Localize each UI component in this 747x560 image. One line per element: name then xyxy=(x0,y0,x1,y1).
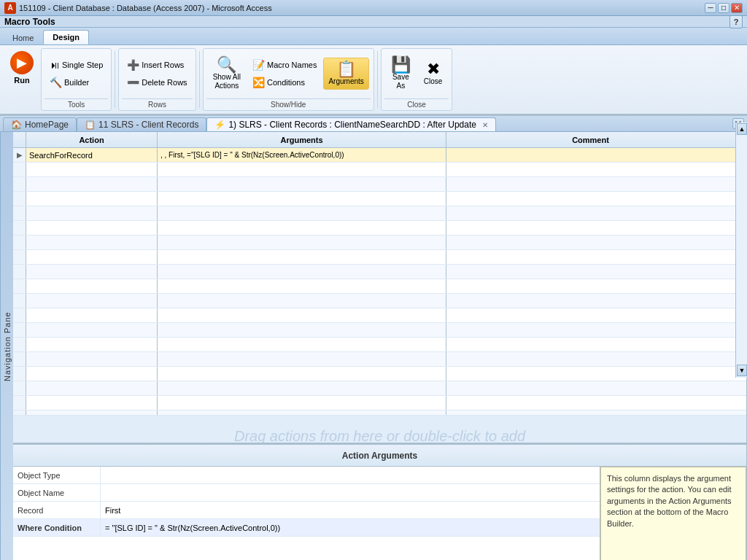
row-action-empty[interactable] xyxy=(26,338,158,351)
title-bar-controls: ─ □ ✕ xyxy=(705,3,743,13)
table-row[interactable] xyxy=(13,236,746,250)
table-row[interactable] xyxy=(13,352,746,367)
row-arguments-empty[interactable] xyxy=(158,279,446,293)
navigation-pane[interactable]: Navigation Pane xyxy=(0,132,13,560)
scroll-down[interactable]: ▼ xyxy=(737,365,747,376)
help-button[interactable]: ? xyxy=(729,15,743,28)
close-macro-icon: ✖ xyxy=(427,61,440,77)
row-num xyxy=(13,367,26,381)
table-row[interactable] xyxy=(13,206,746,221)
table-row[interactable] xyxy=(13,308,746,323)
doc-tab-records[interactable]: 📋 11 SLRS - Client Records xyxy=(77,117,206,131)
row-action-empty[interactable] xyxy=(26,396,158,410)
row-arguments-empty[interactable] xyxy=(158,177,446,191)
tab-design[interactable]: Design xyxy=(43,30,89,44)
grid-col-spacer xyxy=(13,132,26,147)
conditions-button[interactable]: 🔀 Conditions xyxy=(249,74,320,90)
table-row[interactable] xyxy=(13,367,746,381)
row-action-empty[interactable] xyxy=(26,381,158,395)
row-num xyxy=(13,338,26,351)
row-action-empty[interactable] xyxy=(26,163,158,176)
builder-button[interactable]: 🔨 Builder xyxy=(46,74,107,90)
row-action-empty[interactable] xyxy=(26,367,158,381)
row-action-empty[interactable] xyxy=(26,294,158,308)
table-row[interactable] xyxy=(13,192,746,206)
delete-rows-button[interactable]: ➖ Delete Rows xyxy=(123,74,190,90)
args-value-record[interactable]: First xyxy=(101,502,600,518)
row-arguments-empty[interactable] xyxy=(158,308,446,322)
row-arguments-empty[interactable] xyxy=(158,250,446,264)
args-label-object-name: Object Name xyxy=(13,484,101,501)
rows-group: ➕ Insert Rows ➖ Delete Rows Rows xyxy=(118,48,196,111)
row-arguments-empty[interactable] xyxy=(158,236,446,249)
scroll-up[interactable]: ▲ xyxy=(737,123,747,135)
doc-tab-close-button[interactable]: ✕ xyxy=(482,121,488,129)
row-action-empty[interactable] xyxy=(26,206,158,220)
table-row[interactable] xyxy=(13,250,746,265)
table-row[interactable] xyxy=(13,323,746,338)
table-row[interactable] xyxy=(13,265,746,279)
row-action-empty[interactable] xyxy=(26,265,158,279)
row-comment-empty xyxy=(446,265,735,279)
table-row[interactable] xyxy=(13,396,746,411)
save-as-button[interactable]: 💾 SaveAs xyxy=(386,53,416,94)
save-label: SaveAs xyxy=(392,73,409,90)
row-action[interactable]: SearchForRecord xyxy=(26,148,158,162)
row-action-empty[interactable] xyxy=(26,250,158,264)
insert-rows-button[interactable]: ➕ Insert Rows xyxy=(123,57,190,73)
row-action-empty[interactable] xyxy=(26,221,158,235)
row-arguments-empty[interactable] xyxy=(158,338,446,351)
doc-tab-home[interactable]: 🏠 HomePage xyxy=(3,117,77,131)
builder-icon: 🔨 xyxy=(50,77,62,88)
table-row[interactable] xyxy=(13,221,746,236)
row-action-empty[interactable] xyxy=(26,279,158,293)
table-row[interactable] xyxy=(13,163,746,177)
conditions-icon: 🔀 xyxy=(252,77,265,88)
restore-button[interactable]: □ xyxy=(718,3,729,13)
single-step-button[interactable]: ⏯ Single Step xyxy=(46,57,107,73)
row-arguments-empty[interactable] xyxy=(158,163,446,176)
empty-rows xyxy=(13,163,746,415)
main-scrollbar[interactable]: ▲ ▼ xyxy=(735,122,747,378)
table-row[interactable] xyxy=(13,294,746,308)
row-arguments-empty[interactable] xyxy=(158,206,446,220)
close-macro-button[interactable]: ✖ Close xyxy=(419,58,448,90)
minimize-button[interactable]: ─ xyxy=(705,3,716,13)
table-row[interactable] xyxy=(13,279,746,294)
close-button[interactable]: ✕ xyxy=(731,3,743,13)
table-row[interactable] xyxy=(13,381,746,396)
row-action-empty[interactable] xyxy=(26,177,158,191)
doc-tab-macro[interactable]: ⚡ 1) SLRS - Client Records : ClientNameS… xyxy=(206,117,495,131)
macro-names-icon: 📝 xyxy=(252,59,265,71)
args-value-object-type[interactable] xyxy=(101,467,600,483)
row-action-empty[interactable] xyxy=(26,323,158,337)
row-arguments[interactable]: , , First, ="[SLG ID] = " & Str(Nz(Scree… xyxy=(158,148,446,162)
row-action-empty[interactable] xyxy=(26,308,158,322)
row-action-empty[interactable] xyxy=(26,192,158,206)
row-action-empty[interactable] xyxy=(26,352,158,366)
args-value-where[interactable]: = "[SLG ID] = " & Str(Nz(Screen.ActiveCo… xyxy=(101,519,600,536)
doc-tab-macro-icon: ⚡ xyxy=(214,120,225,130)
row-arguments-empty[interactable] xyxy=(158,192,446,206)
row-action-empty[interactable] xyxy=(26,236,158,249)
args-value-object-name[interactable] xyxy=(101,484,600,501)
row-arguments-empty[interactable] xyxy=(158,396,446,410)
row-arguments-empty[interactable] xyxy=(158,352,446,366)
row-arguments-empty[interactable] xyxy=(158,265,446,279)
row-arguments-empty[interactable] xyxy=(158,323,446,337)
row-arguments-empty[interactable] xyxy=(158,294,446,308)
row-comment-empty xyxy=(446,279,735,293)
row-num xyxy=(13,381,26,395)
tab-home[interactable]: Home xyxy=(3,30,43,44)
table-row[interactable] xyxy=(13,338,746,352)
row-arguments-empty[interactable] xyxy=(158,367,446,381)
row-num xyxy=(13,163,26,176)
row-arguments-empty[interactable] xyxy=(158,381,446,395)
arguments-button[interactable]: 📋 Arguments xyxy=(323,58,368,90)
table-row[interactable] xyxy=(13,177,746,192)
run-button[interactable]: ▶ Run xyxy=(4,48,39,111)
show-all-actions-button[interactable]: 🔍 Show AllActions xyxy=(208,53,246,94)
macro-names-button[interactable]: 📝 Macro Names xyxy=(249,57,320,73)
row-arguments-empty[interactable] xyxy=(158,221,446,235)
table-row[interactable]: ▶ SearchForRecord , , First, ="[SLG ID] … xyxy=(13,148,746,163)
